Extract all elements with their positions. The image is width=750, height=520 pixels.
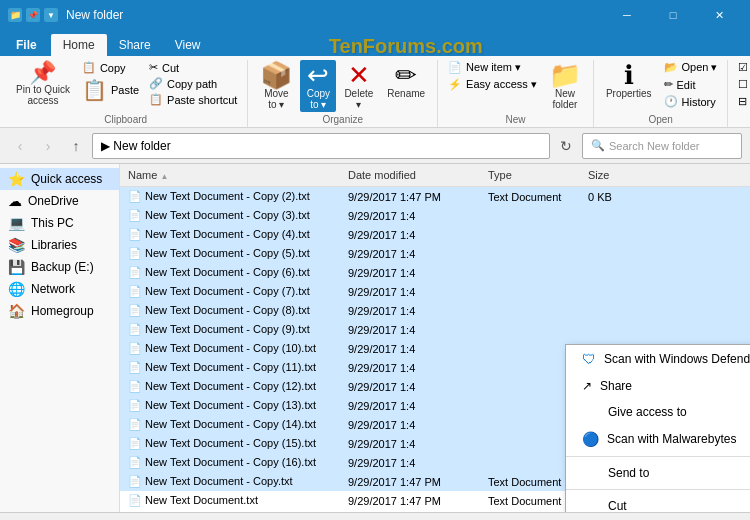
ribbon-tab-bar: File Home Share View TenForums.com [0,30,750,56]
sidebar-item-backup[interactable]: 💾 Backup (E:) [0,256,119,278]
paste-button[interactable]: 📋 Paste [78,76,143,104]
file-name: 📄 New Text Document - Copy (5).txt [120,245,340,262]
history-button[interactable]: 🕐 History [660,94,722,109]
window-title: New folder [66,8,604,22]
file-size: 0 KB [580,189,640,205]
refresh-button[interactable]: ↻ [554,134,578,158]
table-row[interactable]: 📄 New Text Document - Copy (3).txt 9/29/… [120,206,750,225]
sidebar-label-network: Network [31,282,75,296]
sidebar-item-this-pc[interactable]: 💻 This PC [0,212,119,234]
paste-shortcut-button[interactable]: 📋 Paste shortcut [145,92,241,107]
sidebar-label-homegroup: Homegroup [31,304,94,318]
table-row[interactable]: 📄 New Text Document - Copy (7).txt 9/29/… [120,282,750,301]
pin-icon: 📌 [26,8,40,22]
select-all-button[interactable]: ☑ Select all [734,60,750,75]
window-controls: ─ □ ✕ [604,0,742,30]
col-date[interactable]: Date modified [340,166,480,184]
sidebar-item-libraries[interactable]: 📚 Libraries [0,234,119,256]
open-button[interactable]: 📂 Open ▾ [660,60,722,75]
delete-button[interactable]: ✕ Delete▾ [338,60,379,112]
context-menu-item-cut[interactable]: Cut [566,493,750,512]
sidebar-item-homegroup[interactable]: 🏠 Homegroup [0,300,119,322]
malware-icon: 🔵 [582,431,599,447]
search-icon: 🔍 [591,139,605,152]
properties-button[interactable]: ℹ Properties [600,60,658,101]
context-menu-item-share[interactable]: ↗ Share [566,373,750,399]
select-group: ☑ Select all ☐ Select none ⊟ Invert sele… [728,60,750,127]
address-path[interactable]: ▶ New folder [92,133,550,159]
tab-home[interactable]: Home [51,34,107,56]
table-row[interactable]: 📄 New Text Document - Copy (6).txt 9/29/… [120,263,750,282]
txt-icon: 📄 [128,342,142,354]
forward-button[interactable]: › [36,134,60,158]
new-items: 📄 New item ▾ ⚡ Easy access ▾ 📁 Newfolder [444,60,587,112]
txt-icon: 📄 [128,475,142,487]
table-row[interactable]: 📄 New Text Document - Copy (4).txt 9/29/… [120,225,750,244]
copy-to-button[interactable]: ↩ Copyto ▾ [300,60,336,112]
context-menu-item-scan-malware[interactable]: 🔵 Scan with Malwarebytes [566,425,750,453]
defender-icon: 🛡 [582,351,596,367]
context-menu-item-scan-defender[interactable]: 🛡 Scan with Windows Defender... [566,345,750,373]
rename-button[interactable]: ✏ Rename [381,60,431,101]
sidebar: ⭐ Quick access ☁ OneDrive 💻 This PC 📚 Li… [0,164,120,512]
copy-button[interactable]: 📋 Copy [78,60,143,75]
table-row[interactable]: 📄 New Text Document - Copy (5).txt 9/29/… [120,244,750,263]
file-type [480,309,580,313]
ribbon: File Home Share View TenForums.com 📌 Pin… [0,30,750,128]
delete-icon: ✕ [348,62,370,88]
sidebar-item-onedrive[interactable]: ☁ OneDrive [0,190,119,212]
libraries-icon: 📚 [8,237,25,253]
new-folder-button[interactable]: 📁 Newfolder [543,60,587,112]
move-to-button[interactable]: 📦 Moveto ▾ [254,60,298,112]
new-item-button[interactable]: 📄 New item ▾ [444,60,541,75]
network-icon: 🌐 [8,281,25,297]
sidebar-label-backup: Backup (E:) [31,260,94,274]
file-size [580,252,640,256]
drive-icon: 💾 [8,259,25,275]
table-row[interactable]: 📄 New Text Document - Copy (8).txt 9/29/… [120,301,750,320]
file-date: 9/29/2017 1:4 [340,398,480,414]
txt-icon: 📄 [128,247,142,259]
file-size [580,328,640,332]
file-name: 📄 New Text Document - Copy (15).txt [120,435,340,452]
txt-icon: 📄 [128,190,142,202]
ribbon-content: 📌 Pin to Quickaccess 📋 Copy 📋 Paste [0,56,750,127]
select-none-button[interactable]: ☐ Select none [734,77,750,92]
sidebar-item-quick-access[interactable]: ⭐ Quick access [0,168,119,190]
sidebar-item-network[interactable]: 🌐 Network [0,278,119,300]
table-row[interactable]: 📄 New Text Document - Copy (2).txt 9/29/… [120,187,750,206]
file-date: 9/29/2017 1:4 [340,322,480,338]
txt-icon: 📄 [128,266,142,278]
context-menu-item-give-access[interactable]: Give access to ▶ [566,399,750,425]
close-button[interactable]: ✕ [696,0,742,30]
back-button[interactable]: ‹ [8,134,32,158]
tab-file[interactable]: File [2,34,51,56]
ctx-label: Scan with Windows Defender... [604,352,750,366]
copy-path-button[interactable]: 🔗 Copy path [145,76,241,91]
maximize-button[interactable]: □ [650,0,696,30]
tab-share[interactable]: Share [107,34,163,56]
tab-view[interactable]: View [163,34,213,56]
col-type[interactable]: Type [480,166,580,184]
table-row[interactable]: 📄 New Text Document - Copy (9).txt 9/29/… [120,320,750,339]
file-date: 9/29/2017 1:4 [340,455,480,471]
context-menu-item-send-to[interactable]: Send to ▶ [566,460,750,486]
pin-to-quick-button[interactable]: 📌 Pin to Quickaccess [10,60,76,108]
cut-button[interactable]: ✂ Cut [145,60,241,75]
up-button[interactable]: ↑ [64,134,88,158]
file-size [580,290,640,294]
file-name: 📄 New Text Document - Copy.txt [120,473,340,490]
file-name: 📄 New Text Document - Copy (9).txt [120,321,340,338]
col-size[interactable]: Size [580,166,640,184]
ctx-label: Give access to [608,405,687,419]
file-type [480,271,580,275]
edit-button[interactable]: ✏ Edit [660,77,722,92]
home-icon: 🏠 [8,303,25,319]
col-name[interactable]: Name ▲ [120,166,340,184]
easy-access-button[interactable]: ⚡ Easy access ▾ [444,77,541,92]
minimize-button[interactable]: ─ [604,0,650,30]
file-name: 📄 New Text Document - Copy (12).txt [120,378,340,395]
clipboard-group: 📌 Pin to Quickaccess 📋 Copy 📋 Paste [4,60,248,127]
invert-selection-button[interactable]: ⊟ Invert selection [734,94,750,109]
search-box[interactable]: 🔍 Search New folder [582,133,742,159]
